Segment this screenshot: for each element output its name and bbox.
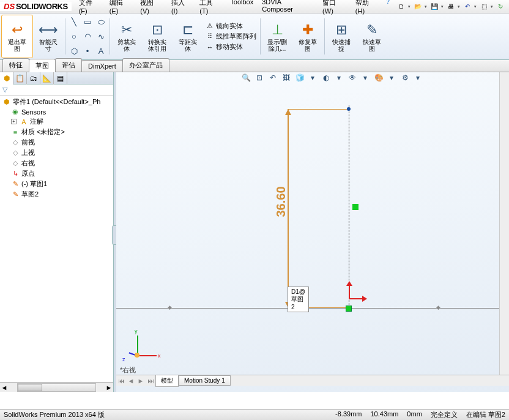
tab-office[interactable]: 办公室产品	[122, 58, 169, 72]
dropdown-icon[interactable]: ▾	[412, 72, 423, 83]
separator	[65, 18, 65, 54]
graphics-area[interactable]: 36.60 D1@草图2 y x z *右视 ⏮ ◄ ► ⏭ 模	[116, 72, 509, 392]
save-icon[interactable]: 💾	[429, 2, 439, 12]
dropdown-icon[interactable]: ▾	[458, 4, 460, 9]
zoom-area-icon[interactable]: ⊡	[254, 72, 265, 83]
tree-filter[interactable]: ▽	[0, 84, 113, 96]
dimxpert-tab-icon[interactable]: 📐	[40, 72, 54, 84]
text-icon[interactable]: A	[95, 45, 107, 58]
tree-root[interactable]: ⬢零件1 (Default<<Default>_Ph	[1, 97, 112, 107]
hide-show-icon[interactable]: 👁	[347, 72, 358, 83]
tab-nav-right-icon[interactable]: ⏭	[146, 377, 155, 384]
new-icon[interactable]: 🗋	[396, 2, 406, 12]
smart-dimension-button[interactable]: ⟷ 智能尺寸	[33, 15, 64, 58]
dimension-arrow-icon	[285, 109, 291, 115]
tab-motion[interactable]: Motion Study 1	[179, 375, 231, 386]
exit-sketch-button[interactable]: ↩ 退出草图	[1, 15, 33, 58]
prev-view-icon[interactable]: ↶	[267, 72, 278, 83]
sidebar-hscroll[interactable]: ◄►	[0, 382, 113, 392]
centerline[interactable]	[349, 105, 349, 311]
dropdown-icon[interactable]: ▾	[360, 72, 371, 83]
dropdown-icon[interactable]: ▾	[491, 4, 493, 9]
move-button[interactable]: ↔移动实体	[206, 42, 256, 51]
menu-view[interactable]: 视图(V)	[136, 0, 166, 17]
endpoint-icon[interactable]	[347, 107, 351, 111]
sketch-icon: ✎	[11, 190, 20, 198]
menu-file[interactable]: 文件(F)	[75, 0, 105, 17]
dropdown-icon[interactable]: ▾	[474, 4, 477, 9]
tree-sensors[interactable]: ◉Sensors	[1, 107, 112, 116]
origin-handle-icon[interactable]	[346, 306, 352, 312]
menu-tools[interactable]: 工具(T)	[196, 0, 225, 17]
slot-icon[interactable]: ⬭	[95, 15, 107, 29]
menu-help[interactable]: 帮助(H)	[352, 0, 382, 17]
show-delete-button[interactable]: ⊥ 显示/删除几...	[262, 15, 292, 58]
canvas-vscroll[interactable]	[499, 72, 509, 375]
section-icon[interactable]: 🖽	[281, 72, 292, 83]
display-tab-icon[interactable]: ▤	[54, 72, 67, 84]
scroll-thumb[interactable]	[18, 384, 42, 391]
move-icon: ↔	[206, 43, 214, 51]
menu-edit[interactable]: 编辑(E)	[106, 0, 136, 17]
convert-button[interactable]: ⊡ 转换实体引用	[142, 15, 173, 58]
polygon-icon[interactable]: ⬡	[68, 45, 80, 58]
tree-origin[interactable]: ↳原点	[1, 168, 112, 179]
dropdown-icon[interactable]: ▾	[386, 72, 397, 83]
dropdown-icon[interactable]: ▾	[333, 72, 344, 83]
tree-front[interactable]: ◇前视	[1, 137, 112, 148]
tab-nav-l-icon[interactable]: ◄	[126, 377, 136, 384]
print-icon[interactable]: 🖶	[446, 2, 456, 12]
status-definition: 完全定义	[431, 410, 458, 419]
pattern-button[interactable]: ⠿线性草图阵列	[206, 32, 256, 41]
tab-evaluate[interactable]: 评估	[55, 58, 82, 72]
zoom-fit-icon[interactable]: 🔍	[240, 72, 251, 83]
rect-icon[interactable]: ▭	[81, 15, 94, 29]
menu-window[interactable]: 窗口(W)	[319, 0, 351, 17]
menu-insert[interactable]: 插入(I)	[168, 0, 195, 17]
undo-icon[interactable]: ↶	[463, 2, 472, 12]
tree-top[interactable]: ◇上视	[1, 148, 112, 158]
tree-sketch2[interactable]: ✎草图2	[1, 189, 112, 200]
tree-annotations[interactable]: +A注解	[1, 116, 112, 127]
tab-dimxpert[interactable]: DimXpert	[81, 60, 123, 72]
spline-icon[interactable]: ∿	[95, 30, 107, 43]
quick-sketch-button[interactable]: ✎ 快速草图	[357, 15, 387, 58]
point-icon[interactable]: •	[81, 45, 94, 58]
tree-sketch1[interactable]: ✎(-) 草图1	[1, 179, 112, 189]
tab-feature[interactable]: 特征	[2, 58, 29, 72]
view-settings-icon[interactable]: ⚙	[399, 72, 411, 83]
tab-model[interactable]: 模型	[155, 375, 179, 387]
dropdown-icon[interactable]: ▾	[408, 4, 411, 9]
view-orient-icon[interactable]: 🧊	[294, 72, 305, 83]
select-icon[interactable]: ⬚	[479, 2, 489, 12]
dimension-value[interactable]: 36.60	[274, 186, 288, 217]
trim-button[interactable]: ✂ 剪裁实体	[111, 15, 142, 58]
arc-icon[interactable]: ◠	[81, 30, 94, 43]
repair-button[interactable]: ✚ 修复草图	[292, 15, 323, 58]
expand-icon[interactable]: +	[11, 119, 17, 124]
circle-icon[interactable]: ○	[68, 30, 80, 43]
tab-nav-r-icon[interactable]: ►	[136, 377, 146, 384]
feature-tree-tab-icon[interactable]: ⬢	[0, 72, 13, 84]
offset-button[interactable]: ⊏ 等距实体	[173, 15, 203, 58]
dropdown-icon[interactable]: ▾	[425, 4, 427, 9]
open-icon[interactable]: 📂	[413, 2, 423, 12]
tree-material[interactable]: ≡材质 <未指定>	[1, 127, 112, 137]
display-style-icon[interactable]: ◐	[321, 72, 332, 83]
quick-snap-button[interactable]: ⊞ 快速捕捉	[326, 15, 357, 58]
config-tab-icon[interactable]: 🗂	[27, 72, 40, 84]
dropdown-icon[interactable]: ▾	[441, 4, 444, 9]
tab-nav-left-icon[interactable]: ⏮	[116, 377, 126, 384]
property-tab-icon[interactable]: 📋	[13, 72, 27, 84]
rebuild-icon[interactable]: ↻	[496, 2, 505, 12]
dropdown-icon[interactable]: ▾	[307, 72, 318, 83]
relation-handle-icon[interactable]	[352, 204, 359, 210]
scene-icon[interactable]: 🎨	[373, 72, 384, 83]
menu-composer[interactable]: 3DVIA Composer	[258, 0, 318, 17]
tree-right[interactable]: ◇右视	[1, 158, 112, 168]
help-icon[interactable]: ?	[383, 0, 393, 6]
line-icon[interactable]: ╲	[68, 15, 80, 29]
tab-sketch[interactable]: 草图	[29, 59, 56, 72]
menu-toolbox[interactable]: Toolbox	[226, 0, 257, 17]
mirror-button[interactable]: ⚠镜向实体	[206, 21, 256, 31]
